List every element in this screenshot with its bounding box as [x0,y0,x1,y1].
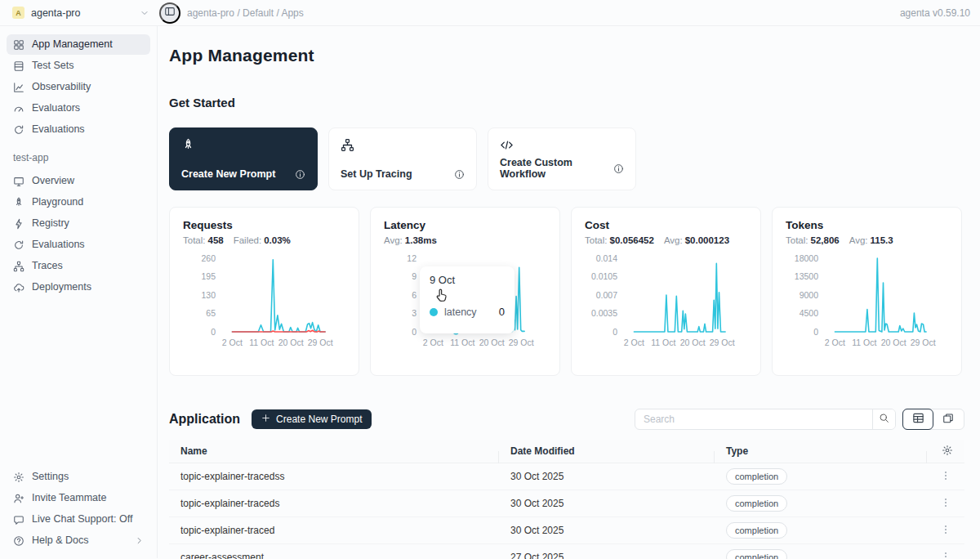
get-started-card-create-new-prompt[interactable]: Create New Prompt [169,127,318,190]
workspace-selector[interactable]: A agenta-pro [0,7,158,19]
chart-tooltip: 9 Octlatency0 [420,266,514,333]
create-new-prompt-button[interactable]: Create New Prompt [252,409,372,429]
search-button[interactable] [872,409,895,429]
cell-date-modified: 30 Oct 2025 [499,498,715,509]
table-row-topic-explainer-traced[interactable]: topic-explainer-traced30 Oct 2025complet… [169,517,964,544]
sidebar-main-nav: App ManagementTest SetsObservabilityEval… [3,34,154,141]
sidebar-item-registry[interactable]: Registry [7,213,150,234]
get-started-card-create-custom-workflow[interactable]: Create Custom Workflow [488,127,636,190]
info-icon[interactable] [295,169,305,180]
sidebar-item-settings[interactable]: Settings [7,467,150,487]
bolt-icon [13,218,24,230]
svg-text:3: 3 [412,308,416,318]
sidebar-item-invite-teammate[interactable]: Invite Teammate [7,488,150,508]
sidebar-item-app-management[interactable]: App Management [7,34,150,55]
sidebar-item-label: Traces [32,260,63,272]
stat-avg: Avg:$0.000123 [664,235,729,245]
row-menu-button[interactable] [938,522,953,539]
column-settings-gear-icon[interactable] [942,447,953,458]
sidebar-item-label: Help & Docs [32,534,88,547]
svg-text:0: 0 [211,327,216,337]
tooltip-value: 0 [499,306,505,318]
breadcrumb[interactable]: agenta-pro / Default / Apps [187,7,304,19]
sidebar-app-nav: OverviewPlaygroundRegistryEvaluationsTra… [3,171,154,298]
svg-text:29 Oct: 29 Oct [509,338,534,347]
info-icon[interactable] [454,169,465,180]
sidebar-item-evaluations[interactable]: Evaluations [7,235,150,255]
tooltip-series-row: latency0 [430,306,505,318]
search-input[interactable] [635,409,872,429]
workspace-name: agenta-pro [31,7,133,19]
row-menu-button[interactable] [938,549,953,559]
top-bar: A agenta-pro agenta-pro / Default / Apps… [0,0,980,26]
get-started-cards: Create New PromptSet Up TracingCreate Cu… [169,127,964,190]
sidebar-item-overview[interactable]: Overview [7,171,150,191]
table-header-row: NameDate ModifiedType [169,440,964,463]
svg-text:20 Oct: 20 Oct [881,338,906,347]
table-row-topic-explainer-traceds[interactable]: topic-explainer-traceds30 Oct 2025comple… [169,490,964,517]
card-label: Set Up Tracing [341,168,412,180]
svg-text:4500: 4500 [800,308,819,318]
svg-text:11 Oct: 11 Oct [249,338,274,347]
app-version: agenta v0.59.10 [900,7,980,19]
sidebar-item-playground[interactable]: Playground [7,192,150,212]
applications-table: NameDate ModifiedType topic-explainer-tr… [169,440,964,559]
svg-text:9000: 9000 [800,290,819,300]
table-view-button[interactable] [902,409,933,430]
sidebar-item-observability[interactable]: Observability [7,77,150,97]
table-row-topic-explainer-tracedss[interactable]: topic-explainer-tracedss30 Oct 2025compl… [169,463,964,490]
sidebar-item-help-docs[interactable]: Help & Docs [7,530,150,551]
tooltip-date: 9 Oct [430,274,505,286]
stat-total: Total:52,806 [786,235,840,245]
refresh-icon [13,239,24,251]
cell-name: career-assessment [169,552,499,559]
svg-text:18000: 18000 [795,253,818,263]
svg-text:13500: 13500 [795,271,818,281]
svg-text:0: 0 [412,327,416,337]
list-icon [13,60,24,72]
table-row-career-assessment[interactable]: career-assessment27 Oct 2025completion [169,544,964,559]
sidebar-item-live-chat-support-off[interactable]: Live Chat Support: Off [7,509,150,530]
info-icon[interactable] [613,163,624,174]
chart-icon [13,82,24,93]
svg-text:20 Oct: 20 Oct [680,338,706,347]
application-heading: Application [169,412,240,427]
svg-text:195: 195 [201,271,216,281]
type-badge: completion [726,522,787,539]
sidebar-item-traces[interactable]: Traces [7,256,150,276]
rocket-icon [13,197,24,208]
sidebar-item-label: Live Chat Support: Off [32,513,132,525]
svg-text:9: 9 [412,271,416,281]
svg-text:0: 0 [612,327,617,337]
series-dot-icon [430,308,438,316]
card-label: Create Custom Workflow [500,157,613,180]
row-menu-button[interactable] [938,468,953,485]
cell-name: topic-explainer-traceds [169,498,499,509]
gear-icon [13,472,24,483]
svg-text:11 Oct: 11 Oct [651,338,675,347]
chart-tokens[interactable]: 04500900013500180002 Oct11 Oct20 Oct29 O… [786,250,950,350]
sidebar-item-deployments[interactable]: Deployments [7,277,150,297]
type-badge: completion [726,549,787,559]
stat-card-latency: LatencyAvg:1.38ms0369122 Oct11 Oct20 Oct… [370,207,560,376]
card-view-button[interactable] [933,409,964,429]
svg-text:2 Oct: 2 Oct [825,338,845,347]
sidebar-item-test-sets[interactable]: Test Sets [7,56,150,76]
sidebar-item-evaluators[interactable]: Evaluators [7,98,150,119]
svg-text:0.0105: 0.0105 [591,271,617,281]
main-content: App Management Get Started Create New Pr… [158,26,980,558]
row-menu-button[interactable] [938,495,953,512]
table-body: topic-explainer-tracedss30 Oct 2025compl… [169,463,964,559]
cell-name: topic-explainer-tracedss [169,471,499,482]
get-started-card-set-up-tracing[interactable]: Set Up Tracing [328,127,477,190]
sidebar-collapse-button[interactable] [159,2,180,24]
svg-text:0: 0 [813,327,818,337]
stat-card-tokens: TokensTotal:52,806Avg:115.30450090001350… [772,207,962,376]
sidebar-item-evaluations[interactable]: Evaluations [7,119,150,140]
monitor-icon [13,176,24,187]
tree-icon [341,138,465,152]
chart-requests[interactable]: 0651301952602 Oct11 Oct20 Oct29 Oct [183,250,347,350]
chart-cost[interactable]: 00.00350.0070.01050.0142 Oct11 Oct20 Oct… [585,250,749,350]
stat-total: Total:458 [183,235,224,245]
rocket-icon [181,138,305,152]
